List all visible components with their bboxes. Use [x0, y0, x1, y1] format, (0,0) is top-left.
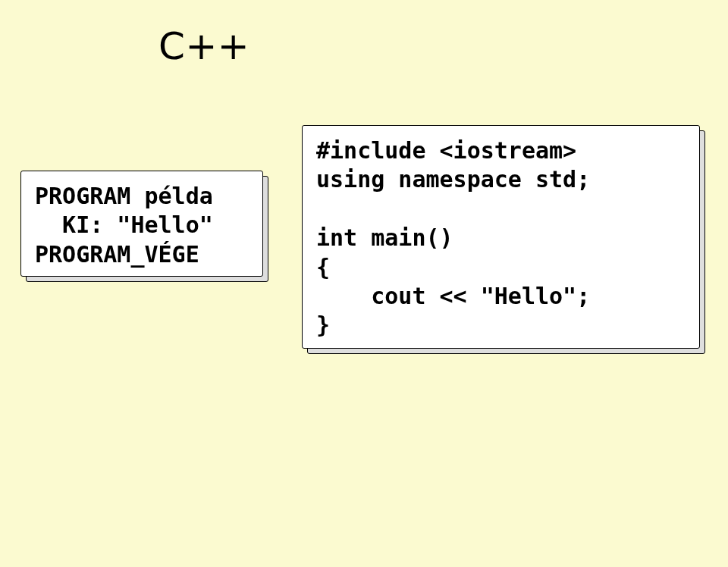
- cpp-code-text: #include <iostream> using namespace std;…: [316, 136, 686, 340]
- pseudocode-panel: PROGRAM példa KI: "Hello" PROGRAM_VÉGE: [20, 171, 263, 277]
- pseudocode-box: PROGRAM példa KI: "Hello" PROGRAM_VÉGE: [20, 171, 263, 277]
- cpp-code-box: #include <iostream> using namespace std;…: [302, 125, 700, 349]
- slide-title: C++: [158, 24, 249, 68]
- pseudocode-text: PROGRAM példa KI: "Hello" PROGRAM_VÉGE: [35, 182, 249, 269]
- cpp-code-panel: #include <iostream> using namespace std;…: [302, 125, 700, 349]
